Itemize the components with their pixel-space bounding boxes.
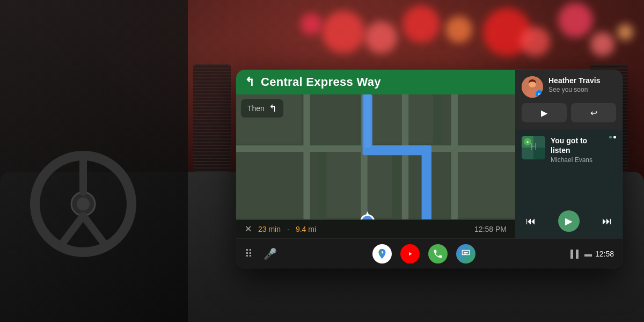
microphone-icon[interactable]: 🎤: [264, 247, 277, 260]
steering-wheel-area: [0, 0, 188, 322]
messages-app-icon[interactable]: [456, 244, 475, 264]
bokeh-light-8: [590, 32, 614, 56]
contact-info: Heather Travis See you soon: [548, 76, 616, 93]
current-time: 12:58: [595, 250, 614, 258]
then-label: Then: [247, 104, 265, 113]
maps-app-icon[interactable]: [372, 244, 392, 264]
music-dot-2: [613, 136, 616, 138]
apps-grid-icon[interactable]: ⠿: [245, 247, 253, 260]
bokeh-light-9: [301, 13, 322, 35]
contact-message: See you soon: [548, 86, 616, 93]
svg-text:▲: ▲: [364, 218, 371, 219]
svg-rect-27: [422, 145, 431, 219]
music-app-icon: ◉: [524, 138, 531, 145]
screen-main: ↰ Central Express Way: [236, 70, 623, 238]
contact-name: Heather Travis: [548, 76, 616, 85]
svg-rect-8: [310, 94, 360, 144]
nav-eta: 12:58 PM: [474, 225, 507, 233]
svg-rect-20: [236, 219, 515, 219]
bokeh-light-4: [445, 16, 472, 43]
notification-actions: ▶ ↩: [522, 103, 616, 122]
messenger-badge: m: [536, 90, 543, 98]
music-dot-1: [609, 136, 612, 138]
music-artist: Michael Evans: [551, 156, 604, 164]
nav-close-icon[interactable]: ✕: [245, 224, 252, 234]
music-album-art: H ◉: [522, 136, 545, 159]
taskbar-center: [277, 244, 570, 264]
nav-header: ↰ Central Express Way: [236, 70, 515, 94]
svg-rect-14: [458, 152, 515, 217]
taskbar: ⠿ 🎤: [236, 238, 623, 268]
svg-rect-26: [363, 145, 428, 155]
music-progress-dots: [609, 136, 616, 138]
map-section: ↰ Central Express Way: [236, 70, 515, 238]
nav-distance: ·: [287, 225, 289, 233]
taskbar-right: ▌▌ ▬ 12:58: [570, 250, 614, 258]
taskbar-left: ⠿ 🎤: [245, 247, 277, 260]
play-message-button[interactable]: ▶: [522, 103, 567, 122]
right-panel: m Heather Travis See you soon ▶ ↩: [515, 70, 623, 238]
speaker-grille-left: [193, 64, 231, 172]
battery-icon: ▬: [584, 250, 592, 258]
notification-header: m Heather Travis See you soon: [522, 76, 616, 98]
youtube-music-app-icon[interactable]: [400, 244, 420, 264]
svg-text:H: H: [530, 142, 537, 151]
nav-info-bar: ✕ 23 min · 9.4 mi 12:58 PM: [236, 219, 515, 238]
music-info: You got to listen Michael Evans: [551, 136, 604, 164]
svg-point-5: [77, 197, 90, 210]
bokeh-light-3: [402, 5, 440, 43]
next-track-button[interactable]: ⏭: [598, 214, 616, 229]
svg-rect-12: [326, 152, 392, 217]
contact-avatar: m: [522, 76, 543, 98]
bokeh-light-7: [558, 3, 593, 38]
signal-icon: ▌▌: [570, 250, 581, 258]
nav-trip-time: 23 min: [258, 225, 281, 233]
reply-button[interactable]: ↩: [571, 103, 616, 122]
music-card-header: H ◉ You got to listen Michae: [522, 136, 616, 164]
android-auto-screen: ↰ Central Express Way: [236, 70, 623, 268]
music-controls: ⏮ ▶ ⏭: [522, 210, 616, 232]
bokeh-light-2: [365, 21, 397, 54]
svg-rect-9: [368, 94, 433, 144]
bokeh-light-1: [322, 11, 365, 54]
svg-rect-28: [364, 94, 371, 148]
prev-track-button[interactable]: ⏮: [522, 214, 540, 229]
nav-trip-distance: 9.4 mi: [296, 225, 316, 233]
svg-rect-24: [451, 94, 458, 219]
svg-line-3: [62, 216, 83, 244]
steering-wheel: [30, 150, 137, 258]
svg-rect-21: [303, 94, 310, 219]
svg-line-4: [83, 216, 105, 244]
nav-street-name: Central Express Way: [261, 75, 381, 89]
bokeh-light-10: [617, 24, 633, 40]
then-arrow-icon: ↰: [269, 103, 277, 114]
map-view[interactable]: ▲ Then ↰: [236, 94, 515, 219]
svg-rect-23: [402, 94, 408, 219]
music-title: You got to listen: [551, 136, 604, 155]
notification-card[interactable]: m Heather Travis See you soon ▶ ↩: [515, 70, 623, 129]
turn-arrow-icon: ↰: [245, 75, 254, 89]
bokeh-light-6: [521, 27, 550, 56]
phone-app-icon[interactable]: [428, 244, 448, 264]
svg-text:m: m: [538, 92, 541, 96]
play-pause-button[interactable]: ▶: [558, 210, 580, 232]
music-card[interactable]: H ◉ You got to listen Michae: [515, 129, 623, 238]
then-instruction-bar: Then ↰: [240, 99, 284, 118]
